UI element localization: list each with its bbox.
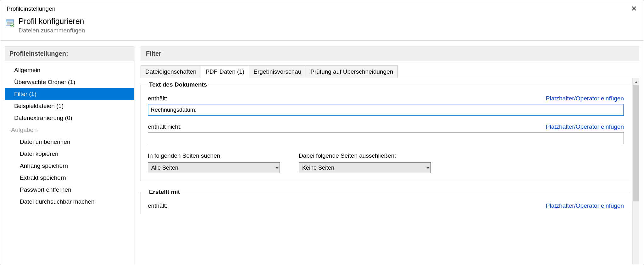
link-insert-placeholder-contains[interactable]: Platzhalter/Operator einfügen — [546, 95, 624, 102]
sidebar-item[interactable]: Datei kopieren — [5, 148, 134, 160]
group-legend-created: Erstellt mit — [148, 189, 181, 195]
label-search-pages: In folgenden Seiten suchen: — [148, 152, 280, 159]
sidebar-list: AllgemeinÜberwachte Ordner (1)Filter (1)… — [5, 64, 134, 208]
main-panel: Filter DateieigenschaftenPDF-Daten (1)Er… — [141, 46, 639, 265]
link-insert-placeholder-created[interactable]: Platzhalter/Operator einfügen — [546, 202, 624, 209]
sidebar: Profileinstellungen: AllgemeinÜberwachte… — [5, 46, 135, 265]
main-heading: Filter — [146, 50, 161, 57]
col-exclude-pages: Dabei folgende Seiten ausschließen: Kein… — [299, 152, 431, 173]
sidebar-item[interactable]: Extrakt speichern — [5, 172, 134, 184]
page-title: Profil konfigurieren — [19, 17, 85, 26]
titlebar: Profileinstellungen ✕ — [0, 0, 644, 14]
tab[interactable]: Prüfung auf Überschneidungen — [306, 65, 398, 78]
sidebar-group-label: -Aufgaben- — [5, 124, 134, 136]
tab-body-wrap: Text des Dokuments enthält: Platzhalter/… — [141, 78, 639, 265]
row-contains: enthält: Platzhalter/Operator einfügen — [148, 95, 624, 102]
sidebar-item[interactable]: Datei umbenennen — [5, 136, 134, 148]
sidebar-header: Profileinstellungen: — [5, 46, 134, 61]
sidebar-item[interactable]: Datenextrahierung (0) — [5, 112, 134, 124]
svg-rect-1 — [6, 20, 14, 21]
tab-bar: DateieigenschaftenPDF-Daten (1)Ergebnisv… — [141, 65, 639, 78]
window-title: Profileinstellungen — [7, 5, 55, 12]
input-not-contains[interactable] — [148, 132, 624, 144]
tab-body: Text des Dokuments enthält: Platzhalter/… — [141, 78, 632, 265]
close-icon[interactable]: ✕ — [629, 5, 639, 12]
content: Profileinstellungen: AllgemeinÜberwachte… — [0, 41, 644, 265]
window: Profileinstellungen ✕ Profil konfigurier… — [0, 0, 644, 265]
sidebar-item[interactable]: Allgemein — [5, 64, 134, 76]
group-created-with: Erstellt mit enthält: Platzhalter/Operat… — [141, 189, 631, 214]
sidebar-item[interactable]: Datei durchsuchbar machen — [5, 196, 134, 208]
tab[interactable]: PDF-Daten (1) — [201, 65, 249, 78]
tab[interactable]: Dateieigenschaften — [141, 65, 201, 78]
vertical-scrollbar[interactable]: ▴ — [632, 78, 639, 265]
link-insert-placeholder-not-contains[interactable]: Platzhalter/Operator einfügen — [546, 123, 624, 130]
page-subtitle: Dateien zusammenfügen — [19, 27, 85, 34]
scroll-thumb[interactable] — [633, 85, 639, 201]
dropdown-exclude-pages[interactable]: Keine Seiten — [299, 162, 431, 173]
sidebar-item[interactable]: Überwachte Ordner (1) — [5, 76, 134, 88]
sidebar-item[interactable]: Passwort entfernen — [5, 184, 134, 196]
sidebar-item[interactable]: Anhang speichern — [5, 160, 134, 172]
label-not-contains: enthält nicht: — [148, 123, 182, 130]
row-created-contains: enthält: Platzhalter/Operator einfügen — [148, 202, 624, 209]
label-contains: enthält: — [148, 95, 167, 102]
header: Profil konfigurieren Dateien zusammenfüg… — [0, 14, 644, 40]
dropdown-search-pages[interactable]: Alle Seiten — [148, 162, 280, 173]
page-selection-row: In folgenden Seiten suchen: Alle Seiten … — [148, 152, 624, 173]
group-text-of-document: Text des Dokuments enthält: Platzhalter/… — [141, 81, 631, 181]
group-legend-text: Text des Dokuments — [148, 81, 208, 88]
label-created-contains: enthält: — [148, 202, 167, 209]
sidebar-item[interactable]: Filter (1) — [5, 88, 134, 100]
tab[interactable]: Ergebnisvorschau — [249, 65, 306, 78]
sidebar-item[interactable]: Beispieldateien (1) — [5, 100, 134, 112]
col-search-pages: In folgenden Seiten suchen: Alle Seiten — [148, 152, 280, 173]
main-header: Filter — [141, 46, 639, 61]
label-exclude-pages: Dabei folgende Seiten ausschließen: — [299, 152, 431, 159]
sidebar-heading: Profileinstellungen: — [9, 50, 68, 57]
input-contains[interactable] — [148, 104, 624, 116]
profile-icon — [5, 19, 14, 27]
scroll-up-icon[interactable]: ▴ — [633, 78, 639, 85]
row-not-contains: enthält nicht: Platzhalter/Operator einf… — [148, 123, 624, 130]
